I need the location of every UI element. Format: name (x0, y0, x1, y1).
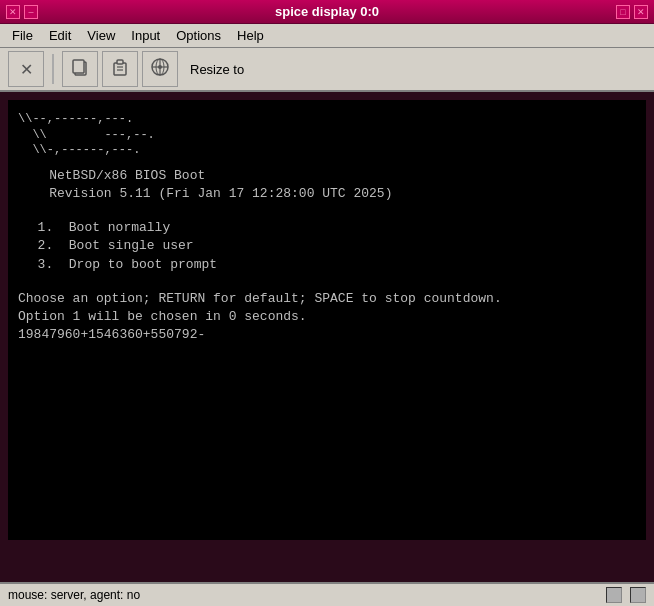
status-indicator-1 (606, 587, 622, 603)
copy-icon (70, 57, 90, 82)
titlebar-right-controls: □ ✕ (616, 5, 648, 19)
svg-rect-1 (73, 60, 84, 73)
paste-icon (110, 57, 130, 82)
boot-info: NetBSD/x86 BIOS Boot Revision 5.11 (Fri … (18, 167, 636, 203)
boot-prompt: Choose an option; RETURN for default; SP… (18, 290, 636, 345)
titlebar-title: spice display 0:0 (275, 4, 379, 19)
titlebar-restore-btn[interactable]: □ (616, 5, 630, 19)
status-indicators (606, 587, 646, 603)
paste-button[interactable] (102, 51, 138, 87)
svg-rect-2 (114, 63, 126, 75)
status-indicator-2 (630, 587, 646, 603)
ascii-art: \\--,------,---. \\ ---,--. \\-,------,-… (18, 112, 636, 159)
titlebar: ✕ – spice display 0:0 □ ✕ (0, 0, 654, 24)
copy-button[interactable] (62, 51, 98, 87)
menubar: File Edit View Input Options Help (0, 24, 654, 48)
display-area[interactable]: \\--,------,---. \\ ---,--. \\-,------,-… (8, 100, 646, 540)
menu-view[interactable]: View (79, 26, 123, 45)
display-icon (149, 56, 171, 83)
menu-input[interactable]: Input (123, 26, 168, 45)
toolbar-separator-1 (52, 54, 54, 84)
svg-point-10 (158, 65, 162, 69)
boot-menu: 1. Boot normally 2. Boot single user 3. … (18, 219, 636, 274)
menu-file[interactable]: File (4, 26, 41, 45)
titlebar-close-btn[interactable]: ✕ (6, 5, 20, 19)
svg-rect-3 (117, 60, 123, 64)
titlebar-min-btn[interactable]: – (24, 5, 38, 19)
titlebar-close-btn2[interactable]: ✕ (634, 5, 648, 19)
display-button[interactable] (142, 51, 178, 87)
close-button[interactable]: ✕ (8, 51, 44, 87)
menu-options[interactable]: Options (168, 26, 229, 45)
resize-to-label: Resize to (190, 62, 244, 77)
menu-edit[interactable]: Edit (41, 26, 79, 45)
toolbar: ✕ R (0, 48, 654, 92)
menu-help[interactable]: Help (229, 26, 272, 45)
status-text: mouse: server, agent: no (8, 588, 606, 602)
statusbar: mouse: server, agent: no (0, 582, 654, 606)
titlebar-left-controls: ✕ – (6, 5, 38, 19)
close-icon: ✕ (20, 60, 33, 79)
